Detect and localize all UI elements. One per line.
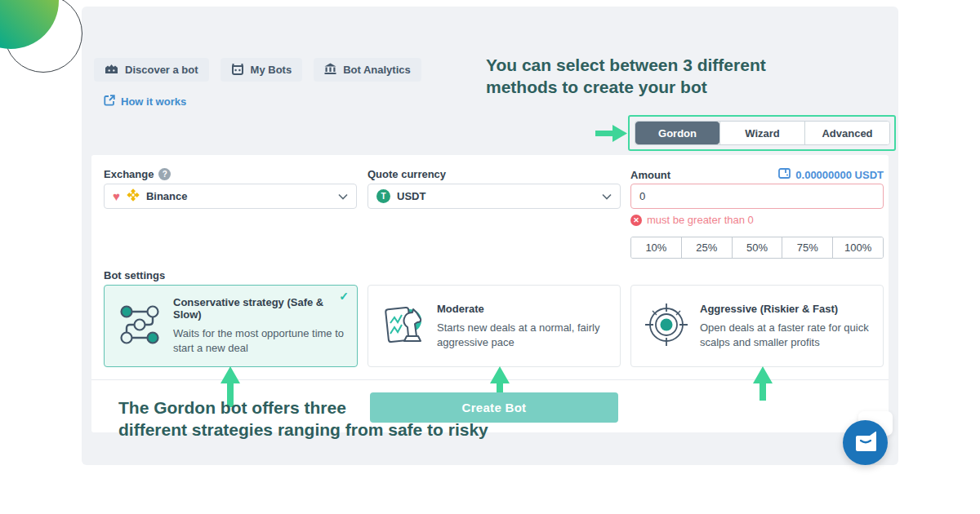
quote-currency-label: Quote currency (368, 168, 446, 180)
percent-50-button[interactable]: 50% (732, 237, 782, 258)
amount-error-text: must be greater than 0 (647, 214, 754, 226)
percent-10-button[interactable]: 10% (631, 237, 681, 258)
amount-label-row: Amount 0.00000000 USDT (630, 168, 884, 181)
wallet-balance[interactable]: 0.00000000 USDT (778, 168, 884, 181)
bot-analytics-button[interactable]: Bot Analytics (314, 58, 421, 82)
exchange-select[interactable]: ♥ Binance (104, 184, 357, 209)
annotation-gordon-line2: different strategies ranging from safe t… (118, 419, 488, 441)
strategy-description: Open deals at a faster rate for quick sc… (700, 321, 873, 350)
conservative-strategy-icon (116, 301, 163, 352)
strategy-card-conservative[interactable]: ✓ Conservative strategy (Safe & Slow) Wa… (104, 285, 358, 367)
method-tab-group: Gordon Wizard Advanced (635, 121, 890, 145)
annotation-gordon-line1: The Gordon bot offers three (118, 397, 488, 419)
exchange-label-row: Exchange ? (104, 168, 171, 180)
arrow-up-icon (753, 366, 773, 401)
discover-a-bot-button[interactable]: Discover a bot (94, 58, 209, 82)
chevron-down-icon (602, 190, 612, 202)
my-bots-icon (231, 63, 244, 78)
discover-a-bot-label: Discover a bot (125, 64, 198, 76)
percent-25-button[interactable]: 25% (681, 237, 732, 258)
my-bots-button[interactable]: My Bots (220, 58, 303, 82)
arrow-right-icon (595, 124, 628, 143)
strategy-description: Waits for the most opportune time to sta… (173, 326, 347, 356)
favorite-heart-icon: ♥ (113, 190, 120, 202)
my-bots-label: My Bots (251, 64, 292, 76)
tab-gordon[interactable]: Gordon (635, 122, 719, 144)
annotation-methods-line2: methods to create your bot (486, 76, 766, 98)
external-link-icon (104, 95, 115, 109)
how-it-works-label: How it works (121, 95, 186, 108)
quote-currency-value: USDT (397, 190, 425, 202)
amount-input[interactable] (630, 184, 884, 209)
how-it-works-link[interactable]: How it works (104, 95, 186, 109)
bot-settings-label: Bot settings (104, 269, 165, 281)
help-icon[interactable]: ? (158, 168, 171, 180)
strategy-card-aggressive[interactable]: Aggressive (Riskier & Fast) Open deals a… (630, 285, 884, 367)
aggressive-strategy-icon (643, 301, 690, 352)
chat-bubble-icon (854, 430, 877, 455)
wallet-balance-value: 0.00000000 USDT (795, 169, 884, 181)
binance-logo-icon (127, 188, 140, 204)
bot-analytics-icon (324, 63, 336, 77)
exchange-label: Exchange (104, 168, 154, 180)
discover-bot-icon (105, 63, 118, 77)
exchange-value: Binance (146, 190, 188, 202)
usdt-logo-icon: T (376, 189, 390, 203)
chat-launcher-button[interactable] (843, 420, 888, 465)
percent-75-button[interactable]: 75% (782, 237, 832, 258)
percent-100-button[interactable]: 100% (832, 237, 883, 258)
annotation-methods: You can select between 3 different metho… (486, 54, 766, 98)
annotation-gordon-strategies: The Gordon bot offers three different st… (118, 397, 488, 441)
strategy-title: Moderate (437, 303, 610, 315)
percent-button-group: 10% 25% 50% 75% 100% (630, 237, 884, 259)
moderate-strategy-icon (380, 301, 427, 352)
amount-error: ✕ must be greater than 0 (630, 214, 754, 226)
strategy-description: Starts new deals at a normal, fairly agg… (437, 321, 610, 350)
quote-currency-label-row: Quote currency (368, 168, 446, 180)
tab-advanced[interactable]: Advanced (804, 122, 889, 144)
bot-settings-label-text: Bot settings (104, 269, 165, 281)
strategy-title: Conservative strategy (Safe & Slow) (173, 296, 347, 321)
wallet-icon (778, 168, 791, 181)
bot-analytics-label: Bot Analytics (343, 64, 411, 76)
chevron-down-icon (338, 190, 348, 202)
error-icon: ✕ (630, 215, 642, 226)
annotation-methods-line1: You can select between 3 different (486, 54, 766, 76)
strategy-card-moderate[interactable]: Moderate Starts new deals at a normal, f… (368, 285, 621, 367)
strategy-title: Aggressive (Riskier & Fast) (700, 303, 873, 315)
bot-toolbar: Discover a bot My Bots Bot Analytics (94, 58, 421, 82)
tab-wizard[interactable]: Wizard (719, 122, 804, 144)
quote-currency-select[interactable]: T USDT (368, 184, 621, 209)
amount-label: Amount (630, 169, 670, 181)
check-icon: ✓ (339, 290, 349, 303)
